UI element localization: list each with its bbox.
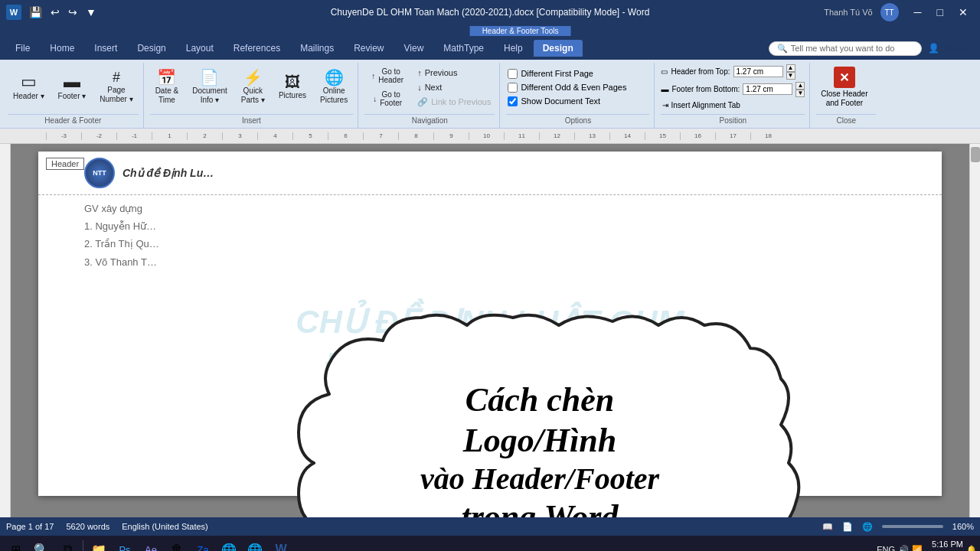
different-odd-even-label: Different Odd & Even Pages <box>521 83 626 92</box>
scrollbar-thumb[interactable] <box>971 147 980 162</box>
save-button[interactable]: 💾 <box>26 5 45 20</box>
footer-from-bottom-input[interactable] <box>743 83 792 95</box>
tab-references[interactable]: References <box>224 40 289 57</box>
tab-file[interactable]: File <box>6 40 39 57</box>
footer-bottom-up[interactable]: ▲ <box>795 82 805 90</box>
document-area: Header NTT Chủ đề Định Lu… GV xây dựng 1… <box>0 144 980 517</box>
tab-mailings[interactable]: Mailings <box>291 40 343 57</box>
document-scroll[interactable]: Header NTT Chủ đề Định Lu… GV xây dựng 1… <box>11 144 969 517</box>
word-taskbar-btn[interactable]: W <box>269 537 293 551</box>
page-number-label: PageNumber ▾ <box>100 86 132 104</box>
print-layout-icon[interactable]: 📄 <box>842 522 853 532</box>
next-button[interactable]: ↓ Next <box>413 80 495 94</box>
title-bar: W 💾 ↩ ↪ ▼ ChuyenDe DL OHM Toan Mach (202… <box>0 0 980 24</box>
pictures-button[interactable]: 🖼 Pictures <box>273 64 312 110</box>
ruler-mark: 8 <box>398 132 433 140</box>
footer-button[interactable]: ▬ Footer ▾ <box>53 64 92 110</box>
search-taskbar-button[interactable]: 🔍 <box>29 537 54 551</box>
page-number-button[interactable]: # PageNumber ▾ <box>94 64 138 110</box>
nav-prev-next-stack: ↑ Previous ↓ Next 🔗 Link to Previous <box>413 64 495 110</box>
ruler-mark: 9 <box>433 132 469 140</box>
different-odd-even-checkbox[interactable]: Different Odd & Even Pages <box>506 81 628 94</box>
tab-design[interactable]: Design <box>128 40 175 57</box>
tell-me-box[interactable]: 🔍 Tell me what you want to do <box>769 41 922 56</box>
share-button[interactable]: 👤 Share <box>928 43 968 54</box>
ruler: -3 -2 -1 1 2 3 4 5 6 7 8 9 10 11 12 13 1… <box>0 129 980 144</box>
header-top-up[interactable]: ▲ <box>786 64 795 72</box>
document-info-button[interactable]: 📄 DocumentInfo ▾ <box>187 64 233 110</box>
header-title-text: Chủ đề Định Lu… <box>122 167 214 179</box>
online-pictures-button[interactable]: 🌐 OnlinePictures <box>315 64 353 110</box>
show-document-text-checkbox[interactable]: Show Document Text <box>506 95 628 108</box>
redo-button[interactable]: ↪ <box>65 5 80 20</box>
different-odd-even-input[interactable] <box>508 83 518 93</box>
read-mode-icon[interactable]: 📖 <box>822 522 833 532</box>
ruler-mark: -2 <box>81 132 116 140</box>
tab-hf-design[interactable]: Design <box>534 40 583 57</box>
pictures-icon: 🖼 <box>285 74 300 90</box>
status-right: 📖 📄 🌐 160% <box>822 522 974 532</box>
minimize-button[interactable]: ─ <box>908 5 928 20</box>
header-from-top-input[interactable] <box>733 66 783 77</box>
chrome-btn[interactable]: 🌐 <box>217 537 241 551</box>
file-explorer-btn[interactable]: 📁 <box>87 537 111 551</box>
zoom-slider[interactable] <box>882 525 943 528</box>
different-first-page-checkbox[interactable]: Different First Page <box>506 67 628 80</box>
close-button[interactable]: ✕ <box>952 5 974 20</box>
ruler-mark: 18 <box>750 132 786 140</box>
group-header-footer: ▭ Header ▾ ▬ Footer ▾ # PageNumber ▾ Hea… <box>3 63 144 128</box>
task-view-button[interactable]: ⧉ <box>55 537 80 551</box>
taskbar-time: 5:16 PM <box>926 539 963 549</box>
quick-parts-button[interactable]: ⚡ QuickParts ▾ <box>236 64 270 110</box>
ribbon-right-tools: 🔍 Tell me what you want to do 👤 Share <box>763 41 974 56</box>
link-to-previous-button[interactable]: 🔗 Link to Previous <box>413 95 495 109</box>
tab-home[interactable]: Home <box>41 40 83 57</box>
close-hf-button[interactable]: ✕ Close Headerand Footer <box>816 64 872 110</box>
show-document-text-input[interactable] <box>508 96 518 106</box>
notification-icon[interactable]: 🔔 <box>966 545 977 552</box>
undo-button[interactable]: ↩ <box>47 5 63 20</box>
scrollbar[interactable] <box>969 144 980 517</box>
tab-help[interactable]: Help <box>495 40 532 57</box>
language: English (United States) <box>122 522 208 531</box>
tab-insert[interactable]: Insert <box>85 40 126 57</box>
header-button[interactable]: ▭ Header ▾ <box>8 64 50 110</box>
zalo-btn[interactable]: Za <box>191 537 215 551</box>
ae-btn[interactable]: Ae <box>139 537 163 551</box>
ribbon: ▭ Header ▾ ▬ Footer ▾ # PageNumber ▾ Hea… <box>0 60 980 129</box>
username: Thanh Tú Võ <box>824 8 872 17</box>
group-close-content: ✕ Close Headerand Footer <box>816 64 876 112</box>
goto-footer-label: Go toFooter <box>380 90 402 107</box>
ruler-mark: -3 <box>46 132 81 140</box>
tab-view[interactable]: View <box>395 40 433 57</box>
insert-alignment-tab-row[interactable]: ⇥ Insert Alignment Tab <box>661 99 805 111</box>
tab-mathtype[interactable]: MathType <box>434 40 493 57</box>
group-navigation: ↑ Go toHeader ↓ Go toFooter ↑ Previous ↓ <box>360 63 500 128</box>
goto-footer-button[interactable]: ↓ Go toFooter <box>364 88 410 109</box>
web-layout-icon[interactable]: 🌐 <box>862 522 873 532</box>
header-label-tag: Header <box>46 158 84 170</box>
restore-button[interactable]: □ <box>931 5 949 20</box>
start-button[interactable]: ⊞ <box>3 537 28 551</box>
group-insert-label: Insert <box>150 114 354 126</box>
header-from-top-row: ▭ Header from Top: ▲ ▼ <box>661 64 805 80</box>
header-from-top-spinner: ▲ ▼ <box>786 64 795 80</box>
tab-review[interactable]: Review <box>345 40 393 57</box>
previous-button[interactable]: ↑ Previous <box>413 66 495 80</box>
quick-parts-label: QuickParts ▾ <box>241 86 265 105</box>
footer-from-bottom-label: Footer from Bottom: <box>671 85 740 93</box>
chrome2-btn[interactable]: 🌐 <box>243 537 267 551</box>
different-first-page-input[interactable] <box>508 69 518 79</box>
header-logo: NTT <box>84 158 115 188</box>
taskbar: ⊞ 🔍 ⧉ 📁 Ps Ae 🗑 Za 🌐 🌐 W ENG 🔊 📶 5:16 PM… <box>0 536 980 551</box>
goto-header-button[interactable]: ↑ Go toHeader <box>364 65 410 86</box>
tab-layout[interactable]: Layout <box>177 40 223 57</box>
recycle-btn[interactable]: 🗑 <box>165 537 189 551</box>
customize-qa-button[interactable]: ▼ <box>83 5 100 20</box>
header-top-down[interactable]: ▼ <box>786 72 795 80</box>
date-time-button[interactable]: 📅 Date &Time <box>150 64 185 110</box>
footer-bottom-down[interactable]: ▼ <box>795 90 805 97</box>
online-pictures-label: OnlinePictures <box>320 86 348 105</box>
ps-btn[interactable]: Ps <box>113 537 137 551</box>
next-icon: ↓ <box>417 83 422 92</box>
